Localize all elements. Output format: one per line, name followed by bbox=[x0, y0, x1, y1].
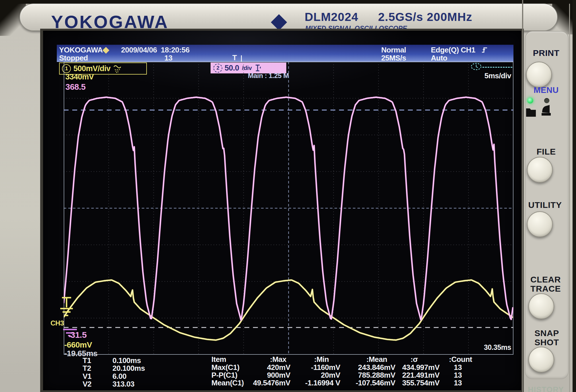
cursor-value: 6.00 bbox=[112, 372, 127, 381]
trigger-source: Edge(Q) CH1 bbox=[431, 46, 475, 54]
shot-label: SHOT bbox=[527, 338, 567, 347]
printer-icon bbox=[540, 104, 552, 118]
menu-label: MENU bbox=[526, 85, 566, 95]
menu-led-on bbox=[527, 97, 533, 104]
meas-header: :Mean bbox=[366, 355, 387, 364]
model-label: DLM2024 bbox=[305, 10, 358, 24]
trigger-position-bar bbox=[241, 55, 242, 62]
cursor-label: T1 bbox=[83, 356, 91, 365]
print-button[interactable] bbox=[526, 62, 552, 87]
oscilloscope-screen: YOKOGAWA ◆ 2009/04/06 18:20:56 Normal Ed… bbox=[43, 31, 521, 390]
ch1-ground-marker-icon bbox=[56, 296, 78, 322]
utility-button[interactable] bbox=[527, 211, 553, 237]
trigger-mode: Auto bbox=[431, 54, 447, 63]
meas-value: 355.754mV bbox=[359, 379, 439, 387]
status-brand: YOKOGAWA bbox=[59, 46, 103, 54]
panel-groove-left bbox=[522, 0, 523, 392]
status-diamond-icon: ◆ bbox=[103, 45, 109, 54]
specs-label: 2.5GS/s 200MHz bbox=[378, 10, 472, 24]
meas-header: :Max bbox=[270, 355, 286, 364]
cursor-value: 20.100ms bbox=[112, 364, 145, 373]
math-bottom-readout: -31.5 bbox=[68, 330, 87, 340]
ch-bottom-readout: -660mV bbox=[64, 340, 92, 350]
file-label: FILE bbox=[526, 147, 566, 157]
status-bar: YOKOGAWA ◆ 2009/04/06 18:20:56 Normal Ed… bbox=[57, 45, 513, 62]
clear-label: CLEAR bbox=[526, 275, 566, 284]
trigger-edge-icon bbox=[481, 46, 488, 54]
snap-shot-button[interactable] bbox=[528, 347, 554, 373]
meas-header: :σ bbox=[410, 355, 418, 364]
cursor-value: 0.100ms bbox=[112, 356, 141, 365]
ch3-label: CH3 bbox=[50, 319, 64, 327]
meas-header: :Min bbox=[314, 355, 329, 364]
meas-header: :Count bbox=[449, 355, 472, 364]
panel-groove-right bbox=[569, 4, 570, 392]
photo-right-edge bbox=[573, 0, 576, 392]
file-button[interactable] bbox=[527, 157, 553, 183]
cursor-label: V2 bbox=[83, 380, 92, 389]
menu-led-off bbox=[544, 98, 549, 103]
cursor-label: V1 bbox=[83, 372, 92, 381]
top-bezel: YOKOGAWA ◆ DLM2024 2.5GS/s 200MHz MIXED … bbox=[20, 3, 558, 31]
status-datetime: 2009/04/06 18:20:56 bbox=[121, 46, 190, 54]
cursor-value: 313.03 bbox=[112, 380, 135, 389]
cursor-label: T2 bbox=[83, 364, 91, 373]
sample-rate: 25MS/s bbox=[381, 54, 406, 63]
meas-count: 13 bbox=[449, 379, 467, 387]
trace-label: TRACE bbox=[526, 284, 566, 294]
window-right-time: 30.35ms bbox=[460, 343, 511, 352]
meas-header: Item bbox=[211, 355, 226, 364]
history-label: HISTORY bbox=[524, 385, 567, 392]
acquisition-mode: Normal bbox=[381, 46, 406, 54]
run-state: Stopped bbox=[59, 54, 88, 63]
print-label: PRINT bbox=[526, 48, 566, 58]
graticule bbox=[64, 62, 513, 355]
time-bottom-readout: -19.65ms bbox=[64, 349, 98, 358]
snap-label: SNAP bbox=[527, 328, 567, 338]
trigger-position-marker[interactable]: T bbox=[232, 53, 237, 62]
clear-trace-button[interactable] bbox=[528, 293, 554, 319]
utility-label: UTILITY bbox=[525, 200, 565, 210]
history-count: 13 bbox=[164, 54, 172, 63]
folder-icon bbox=[526, 106, 536, 118]
